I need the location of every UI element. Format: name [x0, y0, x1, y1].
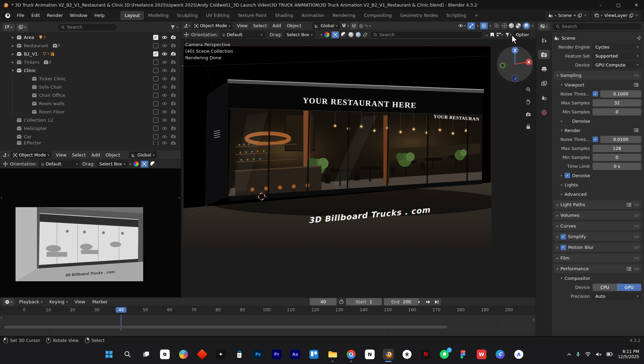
- workspace-tab-uv-editing[interactable]: UV Editing: [202, 11, 234, 20]
- xray-toggle[interactable]: [493, 22, 500, 29]
- properties-tab-render[interactable]: [538, 50, 550, 59]
- taskbar-icon-gem[interactable]: [197, 349, 208, 360]
- grip-icon[interactable]: [634, 203, 638, 207]
- workspace-tab-modeling[interactable]: Modeling: [144, 11, 172, 20]
- property-dropdown[interactable]: Auto▾: [593, 293, 641, 300]
- outliner-item-ticker-clinic[interactable]: Ticker Clinic: [0, 74, 181, 83]
- viewport-menu-select[interactable]: Select: [69, 152, 89, 158]
- material-preview-ball[interactable]: [133, 161, 139, 166]
- close-button[interactable]: ✕: [629, 0, 644, 10]
- taskbar-icon-photoshop[interactable]: Ps: [252, 349, 264, 360]
- scene-light-icon[interactable]: [348, 32, 354, 37]
- taskbar-icon-netflix[interactable]: N: [420, 349, 431, 360]
- toggle-denoise[interactable]: ▸✓Denoise: [554, 171, 641, 180]
- shading-wireframe-button[interactable]: [502, 23, 507, 28]
- exclude-checkbox[interactable]: [153, 93, 158, 98]
- collapsed-advanced[interactable]: ▸Advanced: [554, 190, 641, 198]
- camera-icon[interactable]: [171, 110, 176, 114]
- shading-ball-icon[interactable]: [341, 32, 346, 37]
- app-menu-window[interactable]: Window: [66, 11, 91, 20]
- viewport-menu-object[interactable]: Object: [103, 152, 123, 158]
- segment-cpu[interactable]: CPU: [593, 284, 617, 291]
- mode-dropdown[interactable]: Object Mode▾: [192, 22, 233, 29]
- property-value-field[interactable]: 0: [593, 108, 641, 115]
- workspace-tab-shading[interactable]: Shading: [271, 11, 297, 20]
- workspace-tab-texture-paint[interactable]: Texture Paint: [234, 11, 271, 20]
- grip-icon[interactable]: [634, 214, 638, 217]
- outliner-item-chair-office[interactable]: Chair Office: [0, 91, 181, 99]
- lock-view-button[interactable]: [524, 122, 533, 131]
- viewport-menu-add[interactable]: Add: [270, 23, 284, 28]
- camera-icon[interactable]: [171, 52, 176, 56]
- app-menu-file[interactable]: File: [13, 11, 28, 20]
- current-frame-indicator[interactable]: 40: [116, 307, 127, 313]
- properties-tab-viewlayer[interactable]: [538, 79, 550, 88]
- outliner-item-car[interactable]: Car: [0, 132, 181, 141]
- grip-icon[interactable]: [634, 246, 638, 249]
- timeline-menu-view[interactable]: View: [71, 298, 89, 306]
- properties-tab-output[interactable]: [538, 64, 550, 74]
- checkbox[interactable]: [565, 118, 570, 124]
- property-value-field[interactable]: 128: [593, 145, 641, 152]
- grip-icon[interactable]: [634, 257, 638, 260]
- viewport-menu-view[interactable]: View: [53, 152, 69, 158]
- eye-icon[interactable]: [162, 135, 167, 139]
- eye-icon[interactable]: [162, 102, 167, 105]
- shading-material-button[interactable]: [516, 23, 521, 28]
- editor-type-outliner[interactable]: ▾: [3, 23, 14, 31]
- camera-view-button[interactable]: [524, 110, 533, 119]
- property-value-field[interactable]: 32: [593, 99, 641, 107]
- microphone-icon[interactable]: [576, 352, 580, 357]
- viewlayer-selector[interactable]: ▾ ViewLayer ✕: [592, 11, 641, 20]
- preset-icon[interactable]: [634, 83, 638, 87]
- exclude-checkbox[interactable]: ✓: [153, 35, 158, 40]
- eye-icon[interactable]: [162, 60, 167, 64]
- property-dropdown[interactable]: Supported▾: [593, 52, 641, 60]
- material-preview-ball[interactable]: [324, 32, 329, 37]
- taskbar-icon-figma[interactable]: [457, 349, 468, 360]
- grip-icon[interactable]: [634, 74, 638, 77]
- taskbar-icon-notion[interactable]: N: [364, 349, 375, 360]
- taskbar-icon-after-effects[interactable]: Ae: [290, 349, 301, 360]
- viewport-menu-select[interactable]: Select: [250, 23, 270, 28]
- taskbar-icon-copilot[interactable]: [178, 349, 189, 360]
- timeline-collapse-arrow[interactable]: ‹: [533, 317, 534, 322]
- editor-type-3dview[interactable]: ▾: [183, 23, 190, 28]
- toggle-denoise[interactable]: ▸Denoise: [554, 117, 641, 125]
- property-value-field[interactable]: 0 s: [593, 163, 641, 170]
- outliner-item-collection-12[interactable]: Collection 12: [0, 116, 181, 124]
- texture-paint-mode-icon[interactable]: [331, 31, 339, 38]
- properties-search-input[interactable]: Search: [552, 23, 642, 30]
- workspace-tab-layout[interactable]: Layout: [120, 11, 144, 20]
- section-light-paths[interactable]: ▸Light Paths: [554, 200, 641, 209]
- viewport-canvas[interactable]: ›: [181, 39, 536, 297]
- taskbar-icon-trello[interactable]: [308, 349, 319, 360]
- eye-icon[interactable]: [162, 93, 167, 97]
- camera-icon[interactable]: [171, 43, 176, 48]
- current-frame-field[interactable]: 40: [310, 298, 337, 305]
- use-preview-range-icon[interactable]: [339, 299, 344, 304]
- bookmark-icon[interactable]: [490, 32, 494, 37]
- taskbar-icon-premiere[interactable]: Pr: [271, 349, 282, 360]
- app-menu-help[interactable]: Help: [91, 11, 108, 20]
- timeline-menu-keying[interactable]: Keying▾: [46, 298, 71, 306]
- camera-icon[interactable]: [171, 134, 176, 139]
- taskbar-icon-store[interactable]: [234, 349, 245, 360]
- property-value-field[interactable]: 0: [593, 154, 641, 161]
- outliner-item-helicopter[interactable]: Helicopter: [0, 124, 181, 132]
- unlink-icon[interactable]: ✕: [584, 13, 587, 18]
- viewport-search-input[interactable]: Search: [369, 31, 483, 39]
- checkbox[interactable]: ✓: [561, 245, 566, 250]
- drag-dropdown[interactable]: Select Box▾: [97, 160, 128, 168]
- workspace-tab-scripting[interactable]: Scripting: [442, 11, 470, 20]
- wifi-icon[interactable]: [585, 352, 591, 356]
- exclude-checkbox[interactable]: [153, 43, 158, 48]
- clock[interactable]: 8:11 PM 12/5/2025: [618, 349, 639, 360]
- orientation-dropdown[interactable]: ⍗Default▾: [220, 31, 265, 38]
- section-sampling[interactable]: ▾Sampling: [554, 71, 641, 80]
- visibility-dropdown[interactable]: ▾: [458, 24, 466, 28]
- grip-icon[interactable]: [634, 235, 638, 238]
- proportional-editing-icon[interactable]: ◎: [359, 23, 363, 28]
- exclude-checkbox[interactable]: [153, 134, 158, 139]
- scene-selector[interactable]: ▾ Scene ⌖ ✕: [546, 11, 589, 20]
